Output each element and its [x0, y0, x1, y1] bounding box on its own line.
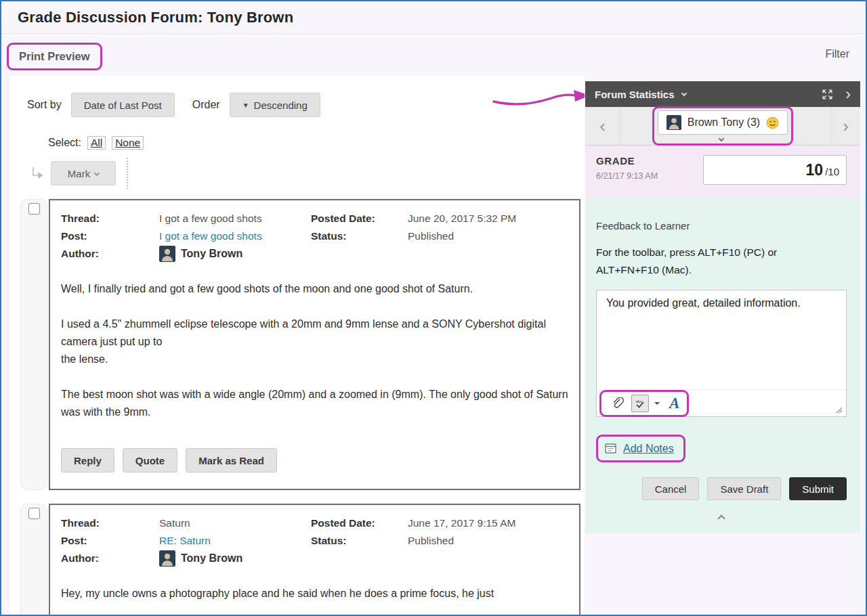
page-header: Grade Discussion Forum: Tony Brown — [1, 1, 866, 34]
status-value: Published — [408, 227, 568, 245]
select-controls: Select: All None — [48, 136, 585, 150]
editor-toolbar: abc A — [597, 389, 846, 416]
collapse-section-control[interactable] — [596, 500, 847, 533]
author-cell: Tony Brown — [159, 550, 311, 567]
feedback-section: Feedback to Learner For the toolbar, pre… — [585, 197, 860, 533]
mark-button[interactable]: Mark — [51, 161, 116, 185]
post-meta: Thread: I got a few good shots Posted Da… — [61, 210, 568, 263]
cancel-button[interactable]: Cancel — [642, 477, 700, 500]
select-none-link[interactable]: None — [112, 136, 144, 150]
student-selector-button[interactable]: Brown Tony (3) — [658, 110, 788, 135]
chevron-down-icon[interactable] — [719, 136, 724, 141]
student-navigation: ‹ Brown Tony (3) — [585, 107, 860, 146]
posted-date-label: Posted Date: — [311, 210, 408, 227]
author-avatar — [159, 246, 175, 262]
quote-button[interactable]: Quote — [123, 448, 177, 472]
mark-controls: Mark — [30, 158, 585, 189]
thread-checkbox[interactable] — [28, 508, 40, 519]
highlight-print-preview: Print Preview — [7, 43, 102, 70]
previous-student-icon[interactable]: ‹ — [599, 117, 606, 135]
collapse-panel-icon[interactable]: › — [845, 87, 851, 102]
post-body: Well, I finally tried and got a few good… — [61, 280, 568, 421]
gutter-pill — [20, 199, 47, 490]
thread-title: Saturn — [159, 514, 311, 532]
save-draft-button[interactable]: Save Draft — [707, 477, 781, 500]
branch-arrow-icon — [30, 167, 44, 179]
thread-label: Thread: — [61, 514, 159, 532]
notes-icon — [604, 442, 617, 455]
grade-input[interactable]: 10 /10 — [703, 155, 847, 185]
mark-label: Mark — [68, 168, 90, 179]
select-label: Select: — [48, 137, 81, 149]
status-label: Status: — [311, 532, 408, 550]
status-label: Status: — [311, 227, 408, 245]
resize-handle-icon[interactable] — [834, 405, 843, 414]
toolbar-hint: For the toolbar, press ALT+F10 (PC) or A… — [596, 244, 847, 279]
post-label: Post: — [61, 227, 159, 245]
thread-title: I got a few good shots — [159, 210, 311, 227]
posted-date-label: Posted Date: — [311, 514, 408, 532]
grade-section: GRADE 6/21/17 9:13 AM 10 /10 — [585, 146, 860, 197]
select-all-link[interactable]: All — [87, 136, 106, 150]
post-paragraph: Hey, my uncle owns a photography place a… — [61, 585, 568, 602]
thread-row: Thread: Saturn Posted Date: June 17, 201… — [20, 504, 585, 615]
sort-by-label: Sort by — [27, 99, 62, 111]
print-preview-button[interactable]: Print Preview — [9, 45, 100, 68]
forum-statistics-panel: Forum Statistics › ‹ Brown Tony (3) — [585, 81, 860, 533]
post-title-link[interactable]: I got a few good shots — [159, 227, 311, 245]
descending-icon: ▼ — [242, 102, 249, 109]
sort-by-button[interactable]: Date of Last Post — [71, 93, 175, 117]
feedback-editor: You provided great, detailed information… — [596, 290, 847, 417]
smiley-status-icon — [766, 116, 779, 129]
post-title-link[interactable]: RE: Saturn — [159, 532, 311, 550]
annotation-arrow-icon — [492, 88, 585, 110]
post-card: Thread: I got a few good shots Posted Da… — [49, 199, 580, 490]
page-title: Grade Discussion Forum: Tony Brown — [18, 9, 293, 26]
spell-check-dropdown-icon[interactable] — [654, 402, 660, 408]
gutter-pill — [20, 504, 47, 615]
author-avatar — [159, 550, 175, 567]
author-label: Author: — [61, 550, 159, 567]
add-notes-link[interactable]: Add Notes — [623, 443, 674, 455]
grade-info: GRADE 6/21/17 9:13 AM — [596, 155, 703, 181]
forum-statistics-title: Forum Statistics — [595, 89, 675, 100]
post-paragraph: Well, I finally tried and got a few good… — [61, 280, 568, 298]
post-body: Hey, my uncle owns a photography place a… — [61, 585, 568, 602]
chevron-down-icon — [94, 171, 100, 176]
post-paragraph: The best moon shot was with a wide angle… — [61, 386, 568, 421]
chevron-up-icon — [717, 514, 725, 522]
text-editor-icon[interactable]: A — [669, 395, 679, 411]
spell-check-icon[interactable]: abc — [631, 395, 649, 412]
post-card: Thread: Saturn Posted Date: June 17, 201… — [49, 504, 580, 615]
thread-checkbox[interactable] — [28, 203, 40, 215]
post-meta: Thread: Saturn Posted Date: June 17, 201… — [61, 514, 568, 567]
thread-label: Thread: — [61, 210, 159, 227]
reply-button[interactable]: Reply — [61, 448, 114, 472]
attach-file-icon[interactable] — [609, 395, 627, 412]
grade-label: GRADE — [596, 155, 703, 167]
action-bar: Print Preview Filter — [1, 34, 866, 76]
author-label: Author: — [61, 245, 159, 263]
grade-out-of: /10 — [825, 166, 839, 177]
filter-button[interactable]: Filter — [825, 48, 849, 60]
order-button[interactable]: ▼ Descending — [230, 93, 320, 117]
author-name: Tony Brown — [181, 550, 242, 567]
post-actions: Reply Quote Mark as Read — [61, 448, 568, 472]
grade-score: 10 — [806, 161, 824, 179]
posted-date-value: June 20, 2017 5:32 PM — [408, 210, 568, 227]
thread-gutter — [20, 199, 49, 490]
mark-as-read-button[interactable]: Mark as Read — [186, 448, 277, 472]
author-cell: Tony Brown — [159, 245, 311, 263]
next-student-icon[interactable]: › — [843, 117, 849, 135]
feedback-label: Feedback to Learner — [596, 197, 847, 232]
highlight-editor-toolbar: abc A — [599, 390, 689, 417]
author-name: Tony Brown — [181, 245, 242, 263]
expand-icon[interactable] — [822, 89, 833, 100]
chevron-down-icon[interactable] — [681, 90, 686, 95]
thread-row: Thread: I got a few good shots Posted Da… — [20, 199, 585, 490]
submit-button[interactable]: Submit — [789, 477, 847, 500]
student-name: Brown Tony (3) — [688, 116, 760, 129]
feedback-actions: Cancel Save Draft Submit — [596, 477, 847, 500]
order-label: Order — [192, 99, 220, 111]
feedback-text-input[interactable]: You provided great, detailed information… — [597, 290, 846, 389]
